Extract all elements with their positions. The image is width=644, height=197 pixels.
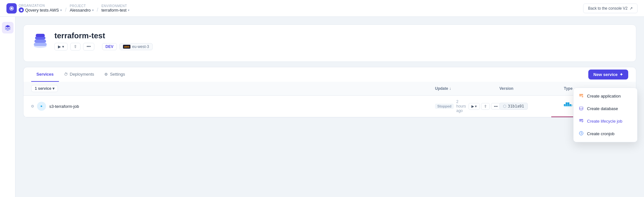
sidebar-layers-icon[interactable] [2,22,14,33]
project-chevron: ▾ [92,8,94,12]
breadcrumb-area: Organization Qovery tests AWS ▾ / Projec… [6,3,129,14]
service-filter-button[interactable]: 1 service ▾ [31,85,58,92]
create-lifecycle-label: Create lifecycle job [587,119,622,124]
project-actions: ▶ ▾ ⇧ ••• DEV aws eu-west-3 [54,43,153,51]
row-play-icon: ▶ [471,104,474,108]
row-actions: ▶ ▾ ⇧ ••• [469,103,501,110]
project-logo-icon [31,32,49,50]
version-badge: ⬡ 31b1a91 [499,103,528,110]
row-deploy-button[interactable]: ⇧ [481,103,490,110]
org-value[interactable]: Qovery tests AWS ▾ [19,7,62,13]
env-breadcrumb: Environment terraform-test ▾ [101,4,129,13]
create-application-label: Create application [587,94,621,98]
svg-rect-10 [564,104,565,106]
tab-deployments[interactable]: ⏱ Deployments [59,67,99,82]
app-logo[interactable] [6,3,17,14]
play-chevron: ▾ [62,44,64,49]
env-label: Environment [101,4,129,8]
service-name-label[interactable]: s3-terraform-job [49,104,79,109]
row-play-button[interactable]: ▶ ▾ [469,103,480,110]
service-name-cell: s3-terraform-job [31,102,435,111]
deployments-icon: ⏱ [64,72,68,77]
project-name: terraform-test [54,31,153,40]
status-dot [31,105,34,108]
env-value[interactable]: terraform-test ▾ [101,8,129,13]
settings-icon: ⚙ [104,72,108,77]
env-badge: DEV [102,43,117,50]
svg-rect-11 [566,104,567,106]
tabs-list: Services ⏱ Deployments ⚙ Settings [31,67,130,82]
create-lifecycle-item[interactable]: Create lifecycle job [573,115,637,125]
row-deploy-icon: ⇧ [484,104,487,108]
time-ago: 2 hours ago [456,99,466,113]
tab-services-label: Services [36,72,54,77]
project-value[interactable]: Alessandro ▾ [70,8,93,13]
svg-rect-4 [34,43,47,46]
project-header-top: terraform-test ▶ ▾ ⇧ ••• DEV aws [31,31,628,51]
org-chevron: ▾ [60,8,62,12]
project-label: Project [70,4,93,8]
svg-point-1 [11,7,13,9]
tab-settings[interactable]: ⚙ Settings [99,67,130,82]
svg-rect-14 [568,103,569,104]
svg-point-9 [41,106,42,107]
commit-icon: ⬡ [503,104,506,108]
svg-rect-12 [568,104,569,106]
update-cell: Stopped 2 hours ago ▶ ▾ ⇧ ••• [435,99,499,113]
table-header: 1 service ▾ Update ↓ Version Type [24,82,636,96]
svg-rect-5 [34,40,46,43]
more-icon: ••• [87,44,91,49]
back-to-console-button[interactable]: Back to the console V2 ↗ [583,4,638,13]
table-row: s3-terraform-job Stopped 2 hours ago ▶ ▾… [24,96,636,117]
create-database-item[interactable]: Create database [573,102,637,115]
more-button[interactable]: ••• [83,43,94,51]
svg-rect-15 [570,104,571,106]
services-table: 1 service ▾ Update ↓ Version Type [23,82,636,117]
external-link-icon: ↗ [630,6,633,11]
project-info: terraform-test ▶ ▾ ⇧ ••• DEV aws [54,31,153,51]
new-service-plus-icon: ✦ [620,72,623,77]
main-content: terraform-test ▶ ▾ ⇧ ••• DEV aws [15,17,644,125]
new-service-label: New service [593,72,618,77]
stopped-badge: Stopped [435,104,454,109]
svg-point-2 [20,9,22,11]
tabs-bar: Services ⏱ Deployments ⚙ Settings New se… [23,67,636,82]
create-db-icon [579,106,584,112]
back-btn-label: Back to the console V2 [588,6,628,11]
new-service-dropdown: Create application Create database Creat… [573,88,638,125]
version-cell: ⬡ 31b1a91 [499,103,564,110]
org-breadcrumb: Organization Qovery tests AWS ▾ [19,4,62,13]
create-lifecycle-icon [579,118,584,124]
new-service-button[interactable]: New service ✦ [588,70,628,80]
env-chevron: ▾ [128,8,129,12]
project-breadcrumb: Project Alessandro ▾ [70,4,93,13]
service-count-label: 1 service [35,86,51,91]
svg-point-17 [580,106,583,108]
tab-settings-label: Settings [110,72,125,77]
svg-rect-13 [566,103,567,104]
play-button[interactable]: ▶ ▾ [54,43,68,51]
deploy-icon: ⇧ [74,44,77,49]
tab-deployments-label: Deployments [70,72,94,77]
top-navigation: Organization Qovery tests AWS ▾ / Projec… [0,0,644,17]
region-label: eu-west-3 [132,44,149,49]
col-name: 1 service ▾ [31,85,435,92]
filter-chevron: ▾ [52,86,54,91]
project-header: terraform-test ▶ ▾ ⇧ ••• DEV aws [23,24,636,62]
region-badge: aws eu-west-3 [119,43,153,50]
docker-icon [564,102,573,111]
create-application-item[interactable]: Create application [573,90,637,102]
deploy-button[interactable]: ⇧ [70,43,80,51]
tab-services[interactable]: Services [31,67,59,82]
row-more-icon: ••• [494,104,498,108]
create-database-label: Create database [587,106,618,111]
sidebar [0,17,15,125]
col-update: Update ↓ [435,85,499,92]
create-app-icon [579,93,584,99]
sep-2: / [97,4,98,13]
org-label: Organization [19,4,62,7]
version-value: 31b1a91 [508,104,524,108]
service-icon [37,102,46,111]
row-play-chevron: ▾ [475,104,477,108]
svg-rect-7 [36,34,45,37]
